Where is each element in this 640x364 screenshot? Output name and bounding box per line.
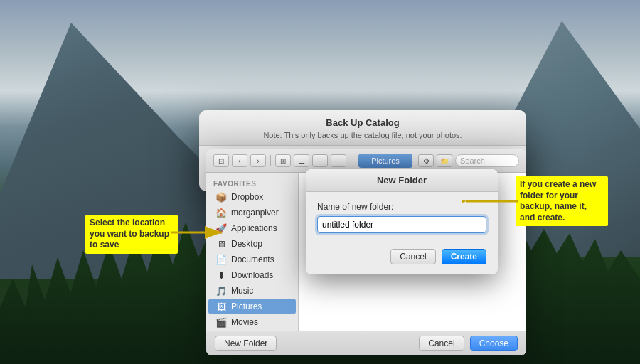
backup-dialog-note: Note: This only backs up the catalog fil… [210,131,515,139]
new-folder-title: New Folder [317,175,486,186]
sidebar-label-downloads: Downloads [231,270,273,280]
new-folder-titlebar: New Folder [306,169,498,192]
forward-btn[interactable]: › [250,154,266,167]
movies-icon: 🎬 [215,316,227,328]
sidebar-item-dropbox[interactable]: 📦 Dropbox [208,189,296,205]
backup-dialog-titlebar: Back Up Catalog Note: This only backs up… [199,110,526,146]
right-annotation: If you create a new folder for your back… [516,176,608,226]
action-btn[interactable]: ⚙ [418,154,434,167]
sidebar-item-music[interactable]: 🎵 Music [208,283,296,299]
view-icons-btn[interactable]: ⊞ [275,154,291,167]
view-columns-btn[interactable]: ⋮ [312,154,328,167]
sidebar-label-music: Music [231,286,253,296]
sidebar-label-morganpiver: morganpiver [231,208,279,218]
toolbar-sep-2 [351,155,351,166]
new-folder-label: Name of new folder: [317,202,486,212]
documents-icon: 📄 [215,254,227,265]
view-gallery-btn[interactable]: ⋯ [331,154,346,167]
footer-action-btns: Cancel Choose [419,336,518,351]
left-annotation-text: Select the location you want to backup t… [85,215,178,254]
new-folder-dialog: New Folder Name of new folder: Cancel Cr… [306,169,498,274]
right-arrow [462,194,519,208]
chooser-sidebar: Favorites 📦 Dropbox 🏠 morganpiver 🚀 Appl… [206,173,299,331]
sidebar-label-documents: Documents [231,255,274,264]
home-icon: 🏠 [215,207,227,218]
location-picker[interactable]: Pictures [358,154,412,168]
sidebar-label-dropbox: Dropbox [231,192,263,202]
new-folder-cancel-btn[interactable]: Cancel [390,249,435,264]
new-folder-footer-btn[interactable]: New Folder [215,336,277,351]
dropbox-icon: 📦 [215,191,227,203]
sidebar-label-movies: Movies [231,317,258,327]
sidebar-item-morganpiver[interactable]: 🏠 morganpiver [208,205,296,220]
favorites-label: Favorites [206,178,298,189]
sidebar-item-pictures[interactable]: 🖼 Pictures [208,299,296,314]
view-icon-btn[interactable]: ⊡ [213,154,229,167]
sidebar-item-documents[interactable]: 📄 Documents [208,252,296,267]
view-list-btn[interactable]: ☰ [294,154,309,167]
sidebar-item-movies[interactable]: 🎬 Movies [208,314,296,330]
search-box[interactable]: Search [455,154,519,167]
backup-dialog-title: Back Up Catalog [210,117,515,128]
music-icon: 🎵 [215,285,227,296]
sidebar-label-pictures: Pictures [231,301,262,311]
chooser-footer: New Folder Cancel Choose [206,331,526,355]
new-folder-input[interactable] [317,216,486,233]
left-annotation: Select the location you want to backup t… [85,215,178,254]
pictures-icon: 🖼 [215,301,227,312]
sidebar-item-downloads[interactable]: ⬇ Downloads [208,267,296,283]
search-placeholder: Search [460,156,485,165]
right-annotation-text: If you create a new folder for your back… [516,176,608,226]
sidebar-label-applications: Applications [231,223,277,233]
downloads-icon: ⬇ [215,269,227,281]
cancel-footer-btn[interactable]: Cancel [419,336,464,351]
sidebar-label-desktop: Desktop [231,239,262,249]
new-folder-buttons: Cancel Create [306,243,498,274]
back-btn[interactable]: ‹ [232,154,247,167]
new-folder-create-btn[interactable]: Create [442,249,486,264]
new-folder-toolbar-btn[interactable]: 📁 [437,154,452,167]
left-arrow [171,225,228,240]
desktop-icon: 🖥 [215,238,227,250]
toolbar-sep-1 [270,155,271,166]
choose-footer-btn[interactable]: Choose [470,336,518,351]
